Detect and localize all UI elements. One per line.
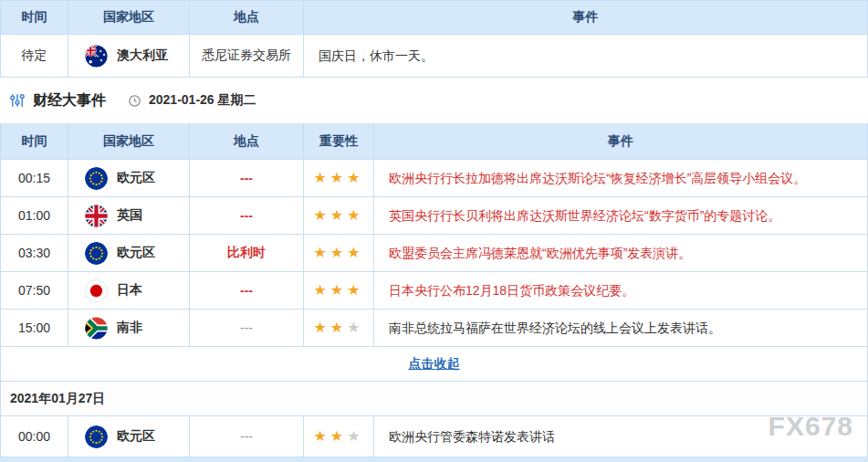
event-text: 欧盟委员会主席冯德莱恩就“欧洲优先事项”发表演讲。 xyxy=(389,245,691,262)
star-filled-icon: ★ xyxy=(330,208,343,223)
col-header-location: 地点 xyxy=(190,123,304,159)
star-filled-icon: ★ xyxy=(313,429,326,444)
event-importance-cell: ★★★ xyxy=(304,235,374,271)
location-text: 悉尼证券交易所 xyxy=(202,47,291,64)
event-text: 英国央行行长贝利将出席达沃斯世界经济论坛“数字货币”的专题讨论。 xyxy=(389,207,780,225)
australia-flag-icon xyxy=(85,45,108,68)
event-time-cell: 01:00 xyxy=(1,197,68,234)
flag-slot xyxy=(85,205,108,227)
importance-stars: ★★★ xyxy=(313,208,363,223)
event-description-cell: 英国央行行长贝利将出席达沃斯世界经济论坛“数字货币”的专题讨论。 xyxy=(374,197,868,234)
japan-flag-icon xyxy=(85,279,108,302)
importance-stars: ★★★ xyxy=(313,246,363,260)
south-africa-flag-icon xyxy=(85,317,108,340)
time-text: 01:00 xyxy=(18,208,50,223)
time-text: 00:15 xyxy=(18,171,50,185)
country-name: 澳大利亚 xyxy=(117,47,168,64)
flag-slot xyxy=(85,242,108,265)
holiday-time: 待定 xyxy=(1,35,68,77)
country-name: 日本 xyxy=(117,282,142,299)
country-name: 欧元区 xyxy=(117,245,155,261)
event-description-cell: 欧盟委员会主席冯德莱恩就“欧洲优先事项”发表演讲。 xyxy=(374,235,868,271)
event-row: 00:00 欧元区 --- ★★★ 欧洲央行管委森特诺发表讲话 xyxy=(0,416,868,457)
event-row: 01:00 英国 --- ★★★ 英国央行行长贝利将出席达沃斯世界经济论坛“数字… xyxy=(0,197,868,235)
flag-slot xyxy=(85,45,108,68)
time-text: 03:30 xyxy=(18,246,50,260)
event-location-cell: --- xyxy=(190,197,304,234)
star-empty-icon: ★ xyxy=(347,429,360,444)
star-filled-icon: ★ xyxy=(347,246,360,260)
star-filled-icon: ★ xyxy=(347,208,360,223)
col-header-country: 国家地区 xyxy=(68,1,190,34)
location-text: --- xyxy=(240,171,253,185)
event-location-cell: --- xyxy=(190,310,304,346)
next-day-table-body: 00:00 欧元区 --- ★★★ 欧洲央行管委森特诺发表讲话 xyxy=(0,416,868,457)
event-country-cell: 南非 xyxy=(68,310,190,346)
economic-calendar-page: 时间 国家地区 地点 事件 待定 澳大利亚 xyxy=(0,0,868,462)
col-header-event: 事件 xyxy=(374,123,868,159)
events-table-body: 00:15 欧元区 --- ★★★ 欧洲央行行长拉加德将出席达沃斯论坛“恢复经济… xyxy=(0,160,868,347)
holiday-row: 待定 澳大利亚 悉尼证券交易所 国庆日，休市一天。 xyxy=(0,35,868,78)
section-header: 财经大事件 2021-01-26 星期二 xyxy=(0,78,868,123)
col-header-location: 地点 xyxy=(190,1,304,34)
uk-flag-icon xyxy=(85,205,108,227)
events-tuner-icon xyxy=(9,92,26,109)
event-text: 国庆日，休市一天。 xyxy=(319,47,434,65)
time-text: 待定 xyxy=(22,47,47,64)
eurozone-flag-icon xyxy=(85,167,108,190)
event-location-cell: 比利时 xyxy=(190,235,304,271)
events-table: 时间 国家地区 地点 重要性 事件 00:15 欧元区 --- ★★★ xyxy=(0,123,868,457)
event-time-cell: 15:00 xyxy=(1,310,68,346)
clock-icon xyxy=(128,94,141,108)
event-time-cell: 03:30 xyxy=(1,235,68,271)
holiday-event: 国庆日，休市一天。 xyxy=(304,35,868,77)
event-description-cell: 日本央行公布12月18日货币政策会议纪要。 xyxy=(374,272,868,309)
event-importance-cell: ★★★ xyxy=(304,160,374,196)
location-text: --- xyxy=(240,320,253,335)
star-filled-icon: ★ xyxy=(313,171,326,185)
location-text: --- xyxy=(240,429,253,444)
event-importance-cell: ★★★ xyxy=(304,197,374,234)
importance-stars: ★★★ xyxy=(313,171,363,185)
location-text: 比利时 xyxy=(227,245,266,261)
holiday-table-header: 时间 国家地区 地点 事件 xyxy=(0,0,868,35)
event-text: 日本央行公布12月18日货币政策会议纪要。 xyxy=(389,282,634,299)
importance-stars: ★★★ xyxy=(313,320,363,335)
event-text: 欧洲央行管委森特诺发表讲话 xyxy=(389,428,555,446)
importance-stars: ★★★ xyxy=(313,429,363,444)
star-filled-icon: ★ xyxy=(330,429,343,444)
star-filled-icon: ★ xyxy=(330,246,343,260)
star-filled-icon: ★ xyxy=(313,320,326,335)
event-row: 15:00 南非 --- ★★★ 南非总统拉马福萨在世界经济论坛的线上会议上发表… xyxy=(0,310,868,347)
flag-slot xyxy=(85,425,108,448)
collapse-link[interactable]: 点击收起 xyxy=(409,356,460,373)
country-name: 英国 xyxy=(117,207,142,224)
event-location-cell: --- xyxy=(190,416,304,457)
location-text: --- xyxy=(240,283,253,298)
section-date: 2021-01-26 星期二 xyxy=(149,92,256,109)
event-time-cell: 00:00 xyxy=(1,416,68,457)
event-location-cell: --- xyxy=(190,272,304,309)
event-country-cell: 日本 xyxy=(68,272,190,309)
flag-slot xyxy=(85,167,108,190)
event-description-cell: 南非总统拉马福萨在世界经济论坛的线上会议上发表讲话。 xyxy=(374,310,868,346)
event-description-cell: 欧洲央行管委森特诺发表讲话 xyxy=(374,416,868,457)
event-importance-cell: ★★★ xyxy=(304,272,374,309)
country-name: 南非 xyxy=(117,320,142,336)
event-country-cell: 欧元区 xyxy=(68,416,190,457)
col-header-importance: 重要性 xyxy=(304,123,374,159)
country-name: 欧元区 xyxy=(117,428,155,445)
time-text: 07:50 xyxy=(18,283,50,298)
event-location-cell: --- xyxy=(190,160,304,196)
eurozone-flag-icon xyxy=(85,242,108,265)
flag-slot xyxy=(85,317,108,340)
date-row: 2021年01月27日 xyxy=(0,382,868,416)
event-text: 南非总统拉马福萨在世界经济论坛的线上会议上发表讲话。 xyxy=(389,320,721,337)
collapse-row: 点击收起 xyxy=(0,347,868,382)
event-description-cell: 欧洲央行行长拉加德将出席达沃斯论坛“恢复经济增长”高层领导小组会议。 xyxy=(374,160,868,196)
time-text: 00:00 xyxy=(18,429,50,444)
star-filled-icon: ★ xyxy=(347,283,360,298)
col-header-time: 时间 xyxy=(1,123,68,159)
event-text: 欧洲央行行长拉加德将出席达沃斯论坛“恢复经济增长”高层领导小组会议。 xyxy=(389,170,806,187)
star-filled-icon: ★ xyxy=(313,246,326,260)
